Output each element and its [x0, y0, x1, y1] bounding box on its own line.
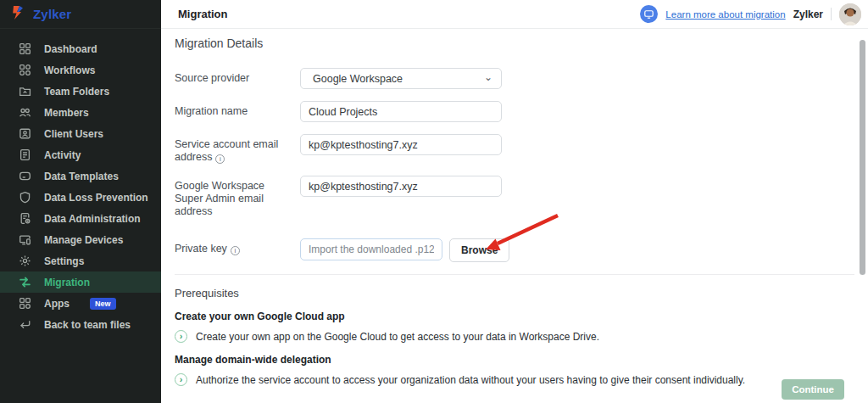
sidebar-item-label: Data Administration [44, 213, 141, 225]
sidebar-item-label: Manage Devices [44, 234, 123, 246]
video-help-icon[interactable] [640, 5, 658, 23]
info-icon[interactable]: i [215, 154, 225, 164]
main-area: Migration Learn more about migration Zyl… [161, 0, 868, 403]
new-badge: New [90, 298, 116, 310]
field-label: Google Workspace Super Admin email addre… [175, 176, 300, 218]
client-users-icon [19, 127, 31, 140]
sidebar-item-data-administration[interactable]: Data Administration [0, 208, 161, 229]
chevron-right-circle-icon[interactable]: › [175, 373, 187, 386]
chevron-right-circle-icon[interactable]: › [175, 330, 187, 343]
user-avatar[interactable] [839, 3, 861, 25]
folder-icon [19, 85, 31, 98]
activity-icon [19, 148, 31, 161]
dashboard-grid-icon [19, 42, 31, 55]
sidebar-item-label: Activity [44, 149, 81, 161]
sidebar-item-dashboard[interactable]: Dashboard [0, 38, 161, 59]
sidebar-item-workflows[interactable]: Workflows [0, 59, 161, 81]
form-row-source-provider: Source provider Google Workspace ⌄ [175, 68, 868, 89]
form-row-migration-name: Migration name [175, 101, 868, 122]
back-arrow-icon [19, 318, 31, 331]
migration-content: Migration Details Source provider Google… [161, 36, 868, 403]
field-label: Private keyi [175, 238, 300, 255]
selected-option: Google Workspace [313, 73, 403, 85]
field-label: Service account email addressi [175, 134, 300, 164]
sidebar: Zylker Dashboard Workflows Team Folders … [0, 0, 161, 403]
sidebar-item-label: Apps [44, 298, 70, 310]
field-label: Source provider [175, 68, 300, 85]
brand-name: Zylker [33, 7, 71, 21]
sidebar-item-label: Team Folders [44, 86, 109, 98]
sidebar-item-data-templates[interactable]: Data Templates [0, 165, 161, 187]
learn-more-link[interactable]: Learn more about migration [665, 9, 785, 20]
sidebar-item-client-users[interactable]: Client Users [0, 123, 161, 144]
page-title: Migration [178, 8, 228, 20]
source-provider-select[interactable]: Google Workspace ⌄ [300, 68, 502, 89]
account-name: Zylker [793, 8, 823, 20]
sidebar-item-team-folders[interactable]: Team Folders [0, 81, 161, 102]
topbar-right: Learn more about migration Zylker [640, 3, 861, 25]
prerequisite-item: › Create your own app on the Google Clou… [175, 330, 868, 343]
sidebar-item-members[interactable]: Members [0, 102, 161, 123]
section-title: Migration Details [175, 36, 868, 50]
form-row-service-account-email: Service account email addressi [175, 134, 868, 164]
sidebar-item-manage-devices[interactable]: Manage Devices [0, 229, 161, 250]
super-admin-email-input[interactable] [300, 176, 502, 197]
prerequisites-section: Prerequisites Create your own Google Clo… [175, 287, 868, 386]
zylker-bolt-icon [11, 4, 26, 25]
field-label: Migration name [175, 101, 300, 118]
sidebar-item-label: Workflows [44, 64, 95, 76]
devices-icon [19, 233, 31, 246]
sidebar-item-back-to-team-files[interactable]: Back to team files [0, 314, 161, 335]
members-icon [19, 106, 31, 119]
prerequisite-heading: Create your own Google Cloud app [175, 311, 868, 322]
sidebar-item-apps[interactable]: Apps New [0, 293, 161, 314]
form-row-private-key: Private keyi Browse [175, 238, 868, 262]
form-row-super-admin-email: Google Workspace Super Admin email addre… [175, 176, 868, 218]
prerequisite-description: Authorize the service account to access … [196, 374, 745, 386]
chevron-down-icon: ⌄ [484, 74, 492, 81]
sidebar-item-label: Data Loss Prevention [44, 192, 148, 204]
vertical-scrollbar[interactable] [860, 40, 865, 275]
service-account-email-input[interactable] [300, 134, 502, 155]
migration-sync-icon [19, 276, 31, 288]
apps-grid-icon [19, 297, 31, 310]
info-icon[interactable]: i [231, 246, 240, 255]
sidebar-item-label: Settings [44, 255, 84, 267]
sidebar-item-label: Migration [44, 277, 90, 288]
brand-logo-row[interactable]: Zylker [0, 0, 161, 29]
sidebar-item-label: Client Users [44, 128, 103, 140]
section-divider [175, 274, 854, 275]
workflows-icon [19, 64, 31, 76]
data-templates-icon [19, 170, 31, 182]
shield-icon [19, 191, 31, 204]
sidebar-nav: Dashboard Workflows Team Folders Members… [0, 38, 161, 335]
prerequisite-description: Create your own app on the Google Cloud … [196, 331, 599, 343]
prerequisite-heading: Manage domain-wide delegation [175, 354, 868, 366]
topbar-divider [831, 8, 832, 20]
prerequisites-title: Prerequisites [175, 287, 868, 299]
prerequisite-item: › Authorize the service account to acces… [175, 373, 868, 386]
topbar: Migration Learn more about migration Zyl… [161, 0, 868, 29]
gear-icon [19, 255, 31, 267]
browse-button[interactable]: Browse [449, 238, 509, 262]
sidebar-item-label: Dashboard [44, 43, 97, 55]
migration-name-input[interactable] [300, 101, 502, 122]
sidebar-item-label: Data Templates [44, 171, 119, 182]
sidebar-item-settings[interactable]: Settings [0, 250, 161, 271]
sidebar-item-label: Back to team files [44, 319, 131, 331]
migration-form: Source provider Google Workspace ⌄ Migra… [175, 68, 868, 262]
sidebar-item-migration[interactable]: Migration [0, 271, 161, 293]
sidebar-item-activity[interactable]: Activity [0, 144, 161, 165]
private-key-input[interactable] [300, 238, 442, 260]
continue-button[interactable]: Continue [782, 379, 844, 400]
sidebar-item-data-loss-prevention[interactable]: Data Loss Prevention [0, 187, 161, 208]
sidebar-item-label: Members [44, 107, 89, 119]
data-admin-icon [19, 212, 31, 225]
